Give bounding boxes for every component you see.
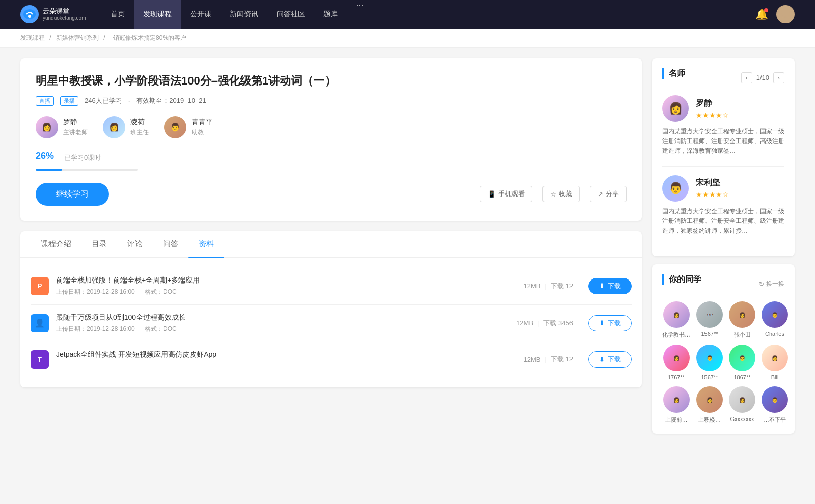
- classmate-8[interactable]: 👩 上院前…: [662, 386, 690, 424]
- classmate-2[interactable]: 👩 张小田: [729, 301, 755, 339]
- tabs-header: 课程介绍 目录 评论 问答 资料: [20, 231, 642, 258]
- teacher-role-0: 主讲老师: [63, 128, 88, 137]
- share-button[interactable]: ↗ 分享: [590, 186, 627, 202]
- course-actions: 继续学习 📱 手机观看 ☆ 收藏 ↗ 分享: [36, 183, 627, 206]
- teacher-role-2: 助教: [192, 128, 213, 137]
- classmate-name-5: 1567**: [701, 374, 718, 380]
- classmate-avatar-11: 👨: [762, 386, 788, 413]
- breadcrumb-link-series[interactable]: 新媒体营销系列: [56, 34, 99, 41]
- mobile-watch-button[interactable]: 📱 手机观看: [480, 186, 532, 202]
- progress-bar-fill: [36, 169, 62, 171]
- nav-item-qa[interactable]: 问答社区: [267, 0, 314, 29]
- content-area: 明星中教授课，小学阶段语法100分–强化级第1讲动词（一） 直播 录播 246人…: [20, 58, 642, 442]
- sidebar-teacher-desc-1: 国内某重点大学安全工程专业硕士，国家一级注册消防工程师、注册安全工程师、级注册建…: [662, 207, 784, 236]
- teacher-2: 👨 青青平 助教: [164, 116, 213, 138]
- progress-bar-background: [36, 169, 138, 171]
- teachers-next-button[interactable]: ›: [773, 72, 784, 83]
- file-downloads-0: 下载 12: [551, 282, 573, 291]
- classmate-avatar-1: 👓: [696, 301, 723, 328]
- tab-intro[interactable]: 课程介绍: [31, 231, 82, 257]
- classmate-5[interactable]: 👨 1567**: [696, 345, 723, 380]
- classmate-avatar-8: 👩: [663, 386, 690, 413]
- classmate-name-8: 上院前…: [665, 416, 688, 424]
- classmates-sidebar-title: 你的同学: [662, 274, 701, 285]
- sidebar-teacher-avatar-1: 👨: [662, 175, 689, 202]
- file-meta-1: 上传日期：2019-12-28 16:00 格式：DOC: [56, 325, 501, 333]
- classmate-name-11: …不下平: [764, 416, 786, 424]
- teacher-1: 👩 凌荷 班主任: [103, 116, 149, 138]
- classmates-sidebar-header: 你的同学 ↻ 换一换: [662, 274, 784, 293]
- download-button-2[interactable]: ⬇ 下载: [588, 351, 632, 368]
- classmate-9[interactable]: 👩 上积楼…: [696, 386, 723, 424]
- tab-qa[interactable]: 问答: [153, 231, 188, 257]
- file-name-1: 跟随千万级项目从0到100全过程高效成长: [56, 313, 501, 322]
- classmate-1[interactable]: 👓 1567**: [696, 301, 723, 339]
- classmate-name-4: 1767**: [668, 374, 685, 380]
- classmate-3[interactable]: 👨 Charles: [762, 301, 788, 339]
- sidebar-teacher-0: 👩 罗静 ★★★★☆ 国内某重点大学安全工程专业硕士，国家一级注册消防工程师、注…: [662, 95, 784, 156]
- main-layout: 明星中教授课，小学阶段语法100分–强化级第1讲动词（一） 直播 录播 246人…: [0, 48, 815, 452]
- classmate-7[interactable]: 👩 Bill: [762, 345, 788, 380]
- bell-icon[interactable]: 🔔: [755, 8, 768, 20]
- teacher-divider: [662, 166, 784, 167]
- classmate-name-0: 化学教书…: [662, 331, 690, 339]
- teacher-role-1: 班主任: [130, 128, 149, 137]
- file-size-0: 12MB: [524, 282, 541, 290]
- collect-button[interactable]: ☆ 收藏: [542, 186, 580, 202]
- star-icon: ☆: [550, 190, 556, 198]
- nav-item-bank[interactable]: 题库: [314, 0, 347, 29]
- download-button-1[interactable]: ⬇ 下载: [588, 315, 632, 331]
- classmate-name-6: 1867**: [734, 374, 750, 380]
- sidebar-teacher-stars-1: ★★★★☆: [696, 190, 729, 199]
- classmate-6[interactable]: 👨 1867**: [729, 345, 755, 380]
- mobile-icon: 📱: [487, 190, 496, 198]
- svg-point-3: [779, 17, 792, 23]
- continue-learning-button[interactable]: 继续学习: [36, 183, 109, 206]
- classmate-4[interactable]: 👩 1767**: [662, 345, 690, 380]
- nav-more-button[interactable]: ···: [347, 0, 373, 29]
- logo-text: 云朵课堂 yunduoketang.com: [43, 7, 86, 21]
- sidebar-teacher-1: 👨 宋利坚 ★★★★☆ 国内某重点大学安全工程专业硕士，国家一级注册消防工程师、…: [662, 175, 784, 236]
- breadcrumb: 发现课程 / 新媒体营销系列 / 销冠修炼术搞定80%的客户: [0, 29, 815, 48]
- classmate-avatar-2: 👩: [729, 301, 755, 328]
- classmate-0[interactable]: 👩 化学教书…: [662, 301, 690, 339]
- teachers-pagination: ‹ 1/10 ›: [741, 72, 784, 83]
- file-downloads-1: 下载 3456: [543, 319, 573, 328]
- refresh-classmates-button[interactable]: ↻ 换一换: [759, 279, 784, 288]
- download-button-0[interactable]: ⬇ 下载: [588, 278, 632, 294]
- file-downloads-2: 下载 12: [551, 355, 573, 364]
- svg-point-1: [28, 15, 31, 18]
- logo[interactable]: 云朵课堂 yunduoketang.com: [20, 5, 86, 23]
- badge-record: 录播: [60, 96, 78, 106]
- sidebar-teacher-desc-0: 国内某重点大学安全工程专业硕士，国家一级注册消防工程师、注册安全工程师、高级注册…: [662, 127, 784, 156]
- classmate-avatar-5: 👨: [696, 345, 723, 371]
- classmate-name-10: Gxxxxxxx: [730, 416, 754, 422]
- teacher-name-2: 青青平: [192, 118, 213, 127]
- tab-catalog[interactable]: 目录: [82, 231, 117, 257]
- classmate-avatar-10: 👩: [729, 386, 755, 413]
- nav-item-home[interactable]: 首页: [101, 0, 134, 29]
- nav-item-open[interactable]: 公开课: [181, 0, 221, 29]
- navigation: 云朵课堂 yunduoketang.com 首页 发现课程 公开课 新闻资讯 问…: [0, 0, 815, 29]
- logo-icon: [20, 5, 39, 23]
- action-links: 📱 手机观看 ☆ 收藏 ↗ 分享: [480, 186, 627, 202]
- sidebar-teacher-avatar-0: 👩: [662, 95, 689, 122]
- svg-point-2: [781, 9, 790, 17]
- nav-item-news[interactable]: 新闻资讯: [221, 0, 267, 29]
- tabs-content: P 前端全栈加强版！前端全栈+全周期+多端应用 上传日期：2019-12-28 …: [20, 258, 642, 387]
- tab-materials[interactable]: 资料: [188, 231, 224, 257]
- tab-comments[interactable]: 评论: [117, 231, 153, 257]
- course-title: 明星中教授课，小学阶段语法100分–强化级第1讲动词（一）: [36, 73, 627, 89]
- classmate-name-1: 1567**: [701, 331, 718, 337]
- refresh-icon: ↻: [759, 281, 764, 288]
- user-avatar[interactable]: [776, 5, 795, 23]
- tabs-section: 课程介绍 目录 评论 问答 资料 P 前端全栈加强版！前端全栈+全周期+多端应用…: [20, 231, 642, 387]
- file-icon-2: T: [31, 350, 49, 369]
- classmate-10[interactable]: 👩 Gxxxxxxx: [729, 386, 755, 424]
- classmates-sidebar-card: 你的同学 ↻ 换一换 👩 化学教书… 👓 1567** 👩 张: [652, 264, 795, 434]
- breadcrumb-link-discover[interactable]: 发现课程: [20, 34, 45, 41]
- teachers-prev-button[interactable]: ‹: [741, 72, 752, 83]
- nav-item-discover[interactable]: 发现课程: [134, 0, 181, 29]
- file-info-1: 跟随千万级项目从0到100全过程高效成长 上传日期：2019-12-28 16:…: [56, 313, 501, 333]
- classmate-11[interactable]: 👨 …不下平: [762, 386, 788, 424]
